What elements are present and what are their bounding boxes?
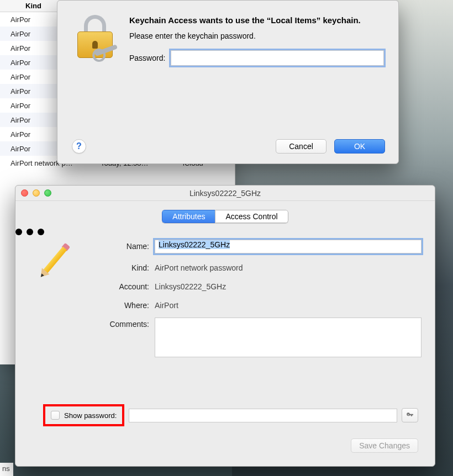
window-title: Linksys02222_5GHz [15,189,435,198]
kind-value: AirPort network password [155,261,422,272]
pencil-icon [28,236,78,286]
help-button[interactable]: ? [72,139,86,154]
tab-attributes[interactable]: Attributes [162,210,215,223]
tab-group: Attributes Access Control [162,210,288,223]
password-dots-icon [15,229,44,235]
account-label: Account: [96,280,149,291]
name-field[interactable]: Linksys02222_5GHz [155,240,422,253]
keychain-password-input[interactable] [171,50,384,66]
account-value: Linksys02222_5GHz [155,280,422,291]
alert-subtext: Please enter the keychain password. [129,31,384,40]
name-label: Name: [96,240,149,251]
cancel-button[interactable]: Cancel [276,139,326,154]
show-password-label: Show password: [64,411,117,420]
window-titlebar[interactable]: Linksys02222_5GHz [15,186,435,201]
save-changes-button[interactable]: Save Changes [351,438,418,453]
comments-field[interactable] [155,318,422,357]
partial-window-edge: ns [0,463,13,476]
alert-heading: Keychain Access wants to use the “Local … [129,15,384,26]
where-value: AirPort [155,299,422,310]
where-label: Where: [96,299,149,310]
tab-access-control[interactable]: Access Control [215,210,288,223]
comments-label: Comments: [96,318,149,329]
highlight-annotation: Show password: [43,404,124,426]
password-field[interactable] [129,409,397,422]
kind-label: Kind: [96,261,149,272]
show-password-checkbox[interactable] [51,411,60,420]
ok-button[interactable]: OK [334,139,385,154]
password-label: Password: [129,54,165,62]
column-header-kind[interactable]: Kind [25,2,41,10]
keychain-password-alert-dialog: Keychain Access wants to use the “Local … [57,0,399,164]
lock-icon [74,15,117,58]
password-assistant-button[interactable] [402,408,418,422]
key-icon [406,411,414,419]
keychain-item-info-window: Linksys02222_5GHz Attributes Access Cont… [15,185,435,467]
